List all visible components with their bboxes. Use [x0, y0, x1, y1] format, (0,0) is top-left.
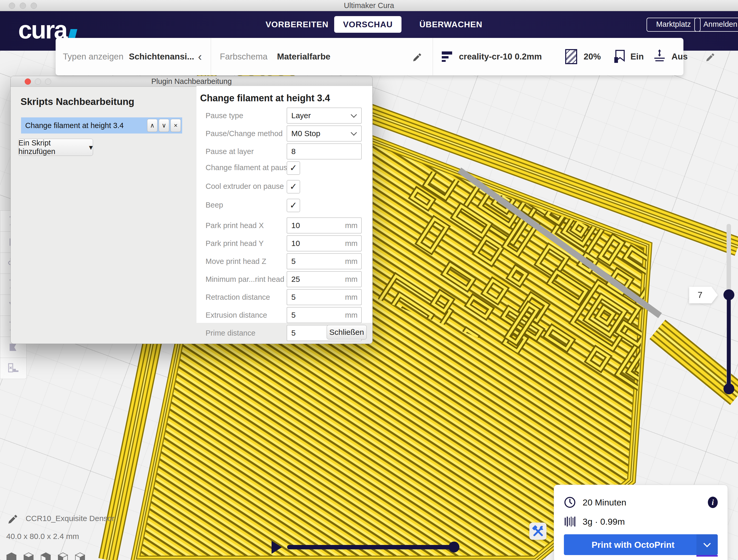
- form-row: Cool extruder on pause✓: [197, 180, 372, 192]
- field-label: Pause at layer: [206, 147, 254, 156]
- info-icon[interactable]: i: [707, 496, 719, 508]
- layer-indicator-flag[interactable]: 7: [689, 287, 718, 304]
- remove-script-button[interactable]: ×: [170, 119, 181, 132]
- form-row: Park print head Y10mm: [197, 235, 372, 251]
- view-type-dropdown[interactable]: Schichtenansi...: [129, 38, 194, 75]
- chevron-down-icon: [351, 130, 357, 136]
- rename-model-pencil-icon[interactable]: [7, 513, 19, 524]
- edit-colorscheme-pencil-icon[interactable]: [412, 51, 422, 62]
- material-usage: 3g · 0.99m: [583, 517, 625, 527]
- print-options-chevron-icon[interactable]: [696, 534, 718, 555]
- material-estimate-row: 3g · 0.99m: [564, 516, 625, 528]
- camera-view-button-0[interactable]: [6, 552, 17, 560]
- model-dimensions: 40.0 x 80.0 x 2.4 mm: [6, 532, 79, 541]
- filament-spool-icon: [564, 516, 576, 528]
- clock-icon: [564, 496, 576, 508]
- field-unit: mm: [345, 221, 358, 230]
- support-icon: [613, 49, 625, 64]
- form-row: Extrusion distance5mm: [197, 307, 372, 323]
- form-row: Pause/Change methodM0 Stop: [197, 125, 372, 141]
- camera-view-button-3[interactable]: [58, 552, 68, 560]
- text-field[interactable]: 5mm: [287, 289, 362, 305]
- camera-view-presets: [6, 552, 85, 560]
- print-with-octoprint-button[interactable]: Print with OctoPrint: [564, 534, 718, 555]
- dropdown-field[interactable]: M0 Stop: [287, 125, 362, 141]
- dialog-zoom-icon[interactable]: [45, 78, 51, 85]
- form-row: Move print head Z5mm: [197, 253, 372, 269]
- view-options-toolbar: Typen anzeigen Schichtenansi... ‹ Farbsc…: [56, 38, 683, 75]
- layer-number: 7: [698, 290, 702, 300]
- move-script-down-button[interactable]: ∨: [159, 119, 169, 132]
- field-unit: mm: [345, 293, 358, 302]
- collapse-panel-icon[interactable]: ‹: [198, 38, 202, 75]
- infill-value[interactable]: 20%: [584, 38, 601, 75]
- script-list-item-selected[interactable]: Change filament at height 3.4 ∧ ∨ ×: [21, 117, 182, 133]
- dialog-minimize-icon[interactable]: [35, 78, 41, 85]
- printer-profile-button[interactable]: creality-cr-10 0.2mm: [459, 38, 542, 75]
- form-row: Pause at layer8: [197, 143, 372, 159]
- tab-ueberwachen[interactable]: ÜBERWACHEN: [411, 16, 491, 33]
- playback-handle: [448, 542, 459, 552]
- text-field[interactable]: 10mm: [287, 235, 362, 251]
- field-label: Move print head Z: [206, 257, 266, 266]
- camera-view-button-4[interactable]: [75, 552, 85, 560]
- field-label: Park print head X: [206, 221, 264, 230]
- color-scheme-dropdown[interactable]: Materialfarbe: [277, 38, 330, 75]
- checkbox[interactable]: ✓: [287, 161, 300, 175]
- form-row: Minimum par...rint head Z25mm: [197, 271, 372, 287]
- playback-track: [287, 545, 454, 549]
- cura-window: Ultimaker Cura cura VORBEREITEN VORSCHAU…: [0, 0, 738, 560]
- camera-view-button-1[interactable]: [23, 552, 34, 560]
- move-script-up-button[interactable]: ∧: [147, 119, 157, 132]
- text-field[interactable]: 5mm: [287, 307, 362, 323]
- marketplace-button[interactable]: Marktplatz: [647, 18, 701, 32]
- camera-view-button-2[interactable]: [41, 552, 51, 560]
- window-titlebar[interactable]: Ultimaker Cura: [0, 0, 738, 11]
- field-value: 5: [291, 311, 296, 320]
- add-script-dropdown[interactable]: Ein Skript hinzufügen▾: [18, 139, 93, 156]
- field-label: Pause type: [206, 111, 243, 120]
- close-dialog-button[interactable]: Schließen: [327, 325, 367, 340]
- button-accent-strip: [696, 555, 718, 557]
- field-label: Minimum par...rint head Z: [206, 275, 291, 284]
- script-settings-panel: Change filament at height 3.4 Pause type…: [197, 86, 372, 323]
- view-cube-icon: [41, 552, 51, 560]
- text-field[interactable]: 8: [287, 143, 362, 159]
- tool-button-7[interactable]: [0, 358, 26, 379]
- tab-vorschau[interactable]: VORSCHAU: [334, 16, 401, 33]
- field-label: Cool extruder on pause: [206, 182, 284, 191]
- field-label: Retraction distance: [206, 293, 270, 302]
- field-unit: mm: [345, 311, 358, 320]
- window-title: Ultimaker Cura: [0, 0, 738, 11]
- checkbox[interactable]: ✓: [287, 180, 300, 193]
- script-name: Change filament at height 3.4: [25, 121, 147, 130]
- chevron-down-icon: [351, 112, 357, 118]
- view-cube-icon: [6, 552, 17, 560]
- dialog-titlebar[interactable]: Plugin Nachbearbeitung: [11, 76, 372, 87]
- field-unit: mm: [345, 257, 358, 266]
- checkbox[interactable]: ✓: [287, 199, 300, 212]
- logo-dot-icon: [68, 29, 77, 38]
- edit-print-settings-pencil-icon[interactable]: [705, 51, 716, 62]
- form-row: Retraction distance5mm: [197, 289, 372, 305]
- text-field[interactable]: 10mm: [287, 217, 362, 233]
- adhesion-icon: [653, 49, 666, 64]
- print-settings-tools-button[interactable]: [529, 523, 546, 540]
- dropdown-arrow-icon: ▾: [89, 143, 93, 152]
- field-value: M0 Stop: [291, 129, 320, 138]
- dropdown-field[interactable]: Layer: [287, 107, 362, 124]
- field-value: 10: [291, 221, 300, 230]
- text-field[interactable]: 25mm: [287, 271, 362, 287]
- dialog-close-icon[interactable]: [25, 78, 31, 85]
- tab-vorbereiten[interactable]: VORBEREITEN: [257, 16, 337, 33]
- print-job-card: 20 Minuten i 3g · 0.99m Print with OctoP…: [554, 485, 728, 560]
- support-value[interactable]: Ein: [631, 38, 644, 75]
- field-value: Layer: [291, 111, 311, 120]
- form-row: Change filament at pause✓: [197, 161, 372, 174]
- adhesion-value[interactable]: Aus: [672, 38, 688, 75]
- text-field[interactable]: 5mm: [287, 253, 362, 269]
- form-row: Pause typeLayer: [197, 107, 372, 124]
- field-unit: mm: [345, 239, 358, 248]
- view-type-label: Typen anzeigen: [63, 38, 123, 75]
- signin-button[interactable]: Anmelden: [694, 18, 738, 32]
